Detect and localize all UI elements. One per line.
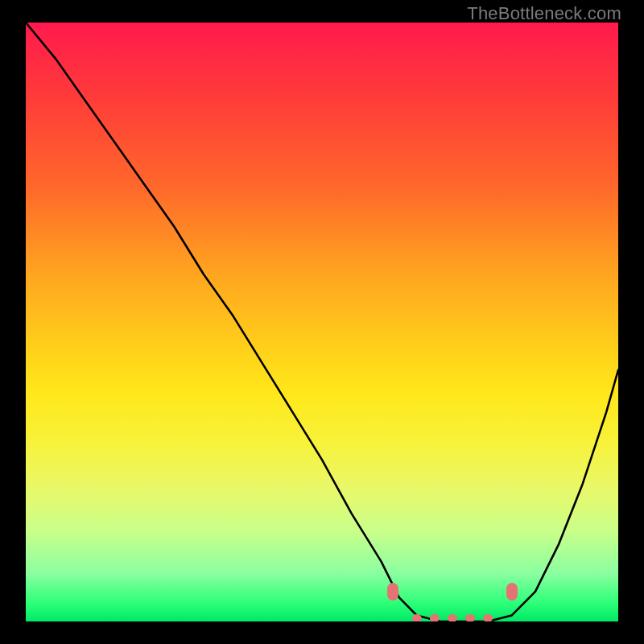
floor-dot [412, 614, 422, 621]
range-marker-left [387, 583, 398, 601]
floor-dot [430, 614, 440, 621]
floor-dot [483, 614, 493, 621]
floor-dots-group [412, 614, 493, 621]
chart-frame: TheBottleneck.com [0, 0, 644, 644]
plot-area [26, 23, 618, 621]
watermark-text: TheBottleneck.com [467, 3, 621, 24]
range-marker-right [506, 583, 518, 601]
floor-dot [465, 614, 475, 621]
floor-dot [448, 614, 457, 621]
bottleneck-curve [26, 23, 618, 621]
curve-layer [26, 23, 618, 621]
